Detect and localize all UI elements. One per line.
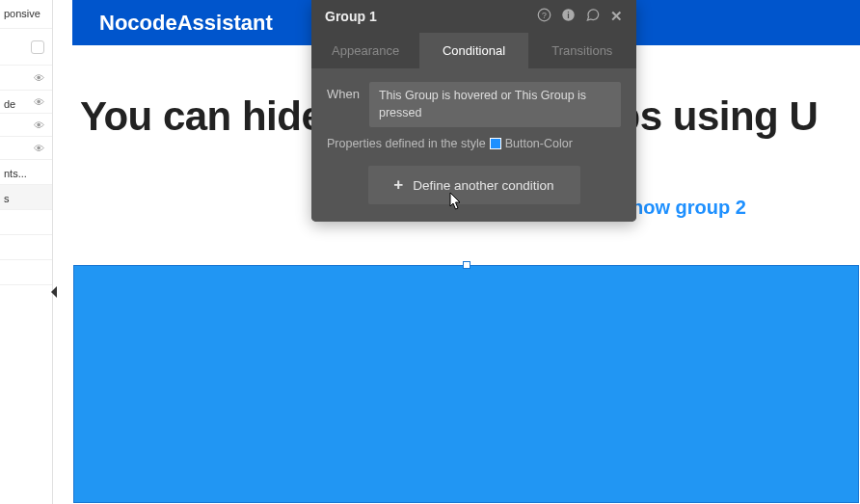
popup-header[interactable]: Group 1 ? i ✕	[311, 0, 636, 33]
style-name: Button-Color	[505, 137, 573, 150]
collapse-chevron-icon[interactable]	[51, 286, 57, 298]
tab-appearance[interactable]: Appearance	[311, 33, 419, 68]
group-element[interactable]	[73, 265, 859, 503]
plus-icon: +	[393, 175, 403, 195]
sidebar-item[interactable]: de 👁	[0, 91, 52, 114]
tab-conditional[interactable]: Conditional	[419, 33, 527, 68]
property-editor-popup: Group 1 ? i ✕ Appearance Conditional Tra…	[311, 0, 636, 222]
resize-handle-top[interactable]	[463, 261, 470, 269]
popup-actions: ? i ✕	[537, 8, 623, 25]
add-condition-button[interactable]: + Define another condition	[368, 166, 580, 204]
svg-text:i: i	[567, 11, 569, 20]
comment-icon[interactable]	[585, 8, 601, 25]
sidebar-item[interactable]: nts...	[0, 160, 52, 185]
eye-icon[interactable]: 👁	[34, 72, 44, 84]
brand-title: NocodeAssistant	[99, 11, 273, 36]
condition-row: When This Group is hovered or This Group…	[327, 82, 621, 127]
popup-body: When This Group is hovered or This Group…	[311, 68, 636, 222]
sidebar-label: s	[4, 193, 10, 204]
checkbox-icon[interactable]	[31, 40, 44, 54]
sidebar-item[interactable]: 👁	[0, 66, 52, 91]
show-group-link[interactable]: now group 2	[632, 197, 746, 219]
sidebar-item[interactable]: 👁	[0, 137, 52, 160]
properties-prefix: Properties defined in the style	[327, 137, 486, 150]
properties-row[interactable]: Properties defined in the style Button-C…	[327, 137, 621, 150]
popup-title: Group 1	[325, 9, 537, 24]
eye-icon[interactable]: 👁	[34, 143, 44, 154]
sidebar-item[interactable]	[0, 260, 52, 285]
left-sidebar: ponsive 👁 de 👁 👁 👁 nts... s	[0, 0, 53, 504]
tab-transitions[interactable]: Transitions	[528, 33, 636, 68]
sidebar-item[interactable]: ponsive	[0, 0, 52, 29]
svg-text:?: ?	[542, 11, 547, 20]
sidebar-item[interactable]	[0, 29, 52, 66]
sidebar-item[interactable]: s	[0, 185, 52, 210]
popup-tabs: Appearance Conditional Transitions	[311, 33, 636, 68]
add-condition-label: Define another condition	[413, 178, 553, 193]
sidebar-item[interactable]: 👁	[0, 114, 52, 137]
eye-icon[interactable]: 👁	[34, 96, 44, 108]
condition-expression[interactable]: This Group is hovered or This Group is p…	[369, 82, 621, 127]
sidebar-item[interactable]	[0, 235, 52, 260]
color-swatch-icon[interactable]	[490, 138, 501, 149]
help-icon[interactable]: ?	[537, 8, 551, 25]
eye-icon[interactable]: 👁	[34, 119, 44, 131]
info-icon[interactable]: i	[561, 8, 576, 25]
sidebar-label: nts...	[4, 168, 27, 179]
when-label: When	[327, 82, 360, 101]
sidebar-label: de	[4, 98, 15, 110]
sidebar-item[interactable]	[0, 210, 52, 235]
sidebar-label: ponsive	[4, 8, 40, 19]
close-icon[interactable]: ✕	[610, 8, 623, 25]
